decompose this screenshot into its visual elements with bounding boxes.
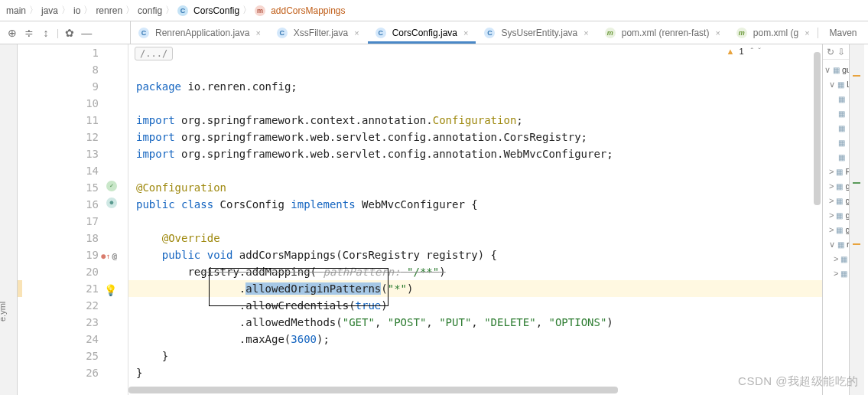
tree-node[interactable]: >▦guli <box>824 179 847 194</box>
tree-node[interactable]: >▦ <box>824 252 847 266</box>
tree-node[interactable]: ∨▦guli <box>824 63 847 77</box>
class-icon: C <box>177 5 188 16</box>
marker-bar[interactable] <box>849 44 864 395</box>
gutter[interactable]: 1 8 9 10 11 12 13 14 15✓ 16● 17 18 19●↑@… <box>18 44 128 395</box>
close-icon[interactable]: × <box>805 28 809 38</box>
left-rail-file[interactable]: e.yml <box>0 302 7 322</box>
breadcrumb: main〉 java〉 io〉 renren〉 config〉 C CorsCo… <box>0 0 868 21</box>
java-icon: C <box>138 28 149 38</box>
xml-icon: m <box>736 28 747 38</box>
fold-marker[interactable]: /.../ <box>135 47 173 60</box>
close-icon[interactable]: × <box>463 28 468 38</box>
close-icon[interactable]: × <box>584 28 588 38</box>
tab-pom-renren[interactable]: mpom.xml (renren-fast)× <box>597 21 729 44</box>
tree-node[interactable]: >▦F <box>824 165 847 179</box>
java-icon: C <box>277 28 288 38</box>
java-icon: C <box>375 28 386 38</box>
tab-xssfilter[interactable]: CXssFilter.java× <box>269 21 368 44</box>
tree-node[interactable]: ▦ <box>824 92 847 106</box>
maven-tool[interactable]: Maven <box>818 28 868 38</box>
expand-icon[interactable]: ≑ <box>23 27 35 39</box>
code-area[interactable]: /.../ package io.renren.config; import o… <box>128 44 822 395</box>
tree-node[interactable]: ∨▦L <box>824 77 847 92</box>
method-icon: m <box>255 5 265 16</box>
bc-io[interactable]: io <box>73 5 80 16</box>
editor[interactable]: ▲ 1 ˆ ˇ 1 8 9 10 11 12 13 14 15✓ 16● 17 … <box>18 44 822 395</box>
refresh-icon[interactable]: ↻ <box>827 47 834 57</box>
tab-renren-application[interactable]: CRenrenApplication.java× <box>131 21 269 44</box>
xml-icon: m <box>605 28 616 38</box>
target-icon[interactable]: ⊕ <box>6 27 18 39</box>
tab-corsconfig[interactable]: CCorsConfig.java× <box>368 21 477 44</box>
intention-bulb-icon[interactable]: 💡 <box>104 282 117 299</box>
close-icon[interactable]: × <box>354 28 359 38</box>
tree-node[interactable]: >▦guli <box>824 223 847 237</box>
project-tree[interactable]: ↻⇩ ∨▦guli∨▦L▦▦▦▦▦>▦F>▦guli>▦guli>▦guli>▦… <box>823 44 849 395</box>
tree-node[interactable]: ▦ <box>824 150 847 165</box>
vertical-scrollbar[interactable] <box>811 44 822 380</box>
editor-tabs: CRenrenApplication.java× CXssFilter.java… <box>130 21 818 44</box>
settings-icon[interactable]: ✿ <box>63 27 76 39</box>
download-icon[interactable]: ⇩ <box>837 47 845 57</box>
hide-icon[interactable]: — <box>80 27 93 39</box>
watermark: CSDN @我超级能吃的 <box>738 374 859 389</box>
tree-node[interactable]: ∨▦renr <box>824 237 847 252</box>
tree-node[interactable]: ▦ <box>824 135 847 150</box>
tree-node[interactable]: >▦C <box>824 266 847 281</box>
override-up-icon[interactable]: ●↑ <box>101 248 110 265</box>
tree-node[interactable]: ▦ <box>824 106 847 121</box>
tab-sysuserentity[interactable]: CSysUserEntity.java× <box>476 21 597 44</box>
bc-class[interactable]: CorsConfig <box>193 5 239 16</box>
toolbar: ⊕ ≑ ↕ | ✿ — CRenrenApplication.java× CXs… <box>0 21 868 44</box>
java-icon: C <box>484 28 495 38</box>
bc-renren[interactable]: renren <box>96 5 122 16</box>
close-icon[interactable]: × <box>255 28 260 38</box>
bc-java[interactable]: java <box>41 5 58 16</box>
collapse-icon[interactable]: ↕ <box>40 27 52 39</box>
bc-config[interactable]: config <box>138 5 162 16</box>
tree-node[interactable]: ▦ <box>824 121 847 135</box>
bc-main[interactable]: main <box>6 5 26 16</box>
spring-icon[interactable]: ✓ <box>106 181 117 191</box>
tree-node[interactable]: >▦guli <box>824 194 847 208</box>
close-icon[interactable]: × <box>715 28 720 38</box>
bean-icon[interactable]: ● <box>106 198 117 208</box>
tree-node[interactable]: >▦guli <box>824 208 847 223</box>
bc-method[interactable]: addCorsMappings <box>271 5 345 16</box>
at-icon: @ <box>112 248 117 265</box>
horizontal-scrollbar[interactable] <box>128 384 822 395</box>
left-tool-rail: e.yml <box>0 44 18 395</box>
tab-pom-g[interactable]: mpom.xml (g× <box>729 21 818 44</box>
